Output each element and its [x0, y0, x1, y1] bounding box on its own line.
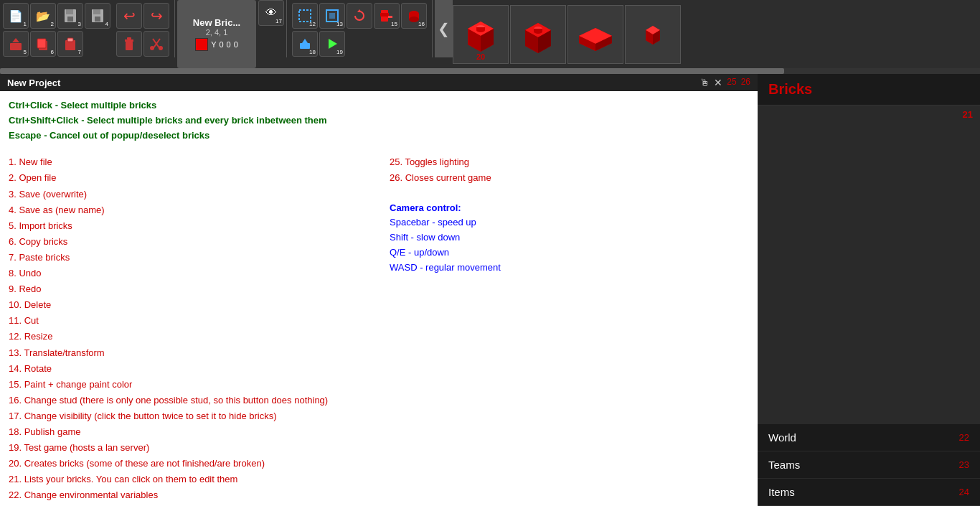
- panel-title-actions: 🖱 ✕ 25 26: [699, 77, 750, 88]
- copy-bricks-button[interactable]: 6: [30, 31, 56, 57]
- paste-bricks-button[interactable]: 7: [57, 31, 83, 57]
- camera-line-4: WASD - regular movement: [390, 261, 749, 276]
- brick-cell-20[interactable]: 20: [453, 5, 509, 64]
- item-13: 13. Translate/transform: [9, 345, 368, 361]
- paste-icon: [62, 36, 78, 52]
- save-button[interactable]: 3: [57, 3, 83, 29]
- color-swatch[interactable]: [195, 38, 208, 51]
- select-area-button[interactable]: 13: [319, 3, 345, 29]
- delete-icon: [121, 36, 137, 52]
- undo-button[interactable]: ↩: [116, 3, 142, 29]
- sidebar-item-world[interactable]: World 22: [758, 424, 980, 451]
- publish-button[interactable]: 18: [292, 31, 318, 57]
- bricks-num-21: 21: [963, 109, 973, 120]
- toolbar-row-2: 5 6 7: [3, 31, 110, 57]
- horizontal-scrollbar[interactable]: [0, 68, 980, 74]
- svg-marker-22: [357, 9, 362, 12]
- bricks-grid: 21: [758, 106, 980, 424]
- item-21: 21. Lists your bricks. You can click on …: [9, 472, 368, 487]
- svg-rect-21: [329, 13, 335, 19]
- badge-17: 17: [275, 18, 282, 24]
- camera-line-1: Spacebar - speed up: [390, 215, 749, 230]
- toolbar-divider-3: [432, 0, 433, 57]
- item-22: 22. Change environmental variables: [9, 487, 368, 503]
- teams-num: 23: [959, 459, 969, 470]
- x-val: 0: [227, 40, 231, 49]
- rotate-button[interactable]: [347, 3, 372, 29]
- visibility-center-button[interactable]: 👁 17: [258, 0, 284, 26]
- item-2: 2. Open file: [9, 170, 368, 186]
- svg-rect-1: [66, 9, 73, 14]
- bricks-title: Bricks: [768, 81, 812, 97]
- panel-num-26: 26: [741, 77, 750, 88]
- item-18: 18. Publish game: [9, 424, 368, 440]
- item-16: 16. Change stud (there is only one possi…: [9, 393, 368, 408]
- copy-icon: [35, 36, 51, 52]
- panel-title-bar: New Project 🖱 ✕ 25 26: [0, 74, 758, 91]
- main-area: New Project 🖱 ✕ 25 26 Ctrl+Click - Selec…: [0, 74, 980, 506]
- rotate-icon: [352, 8, 367, 24]
- y-label: Y: [211, 40, 216, 49]
- brick-cell-flat[interactable]: [567, 5, 623, 64]
- stud-button[interactable]: 16: [401, 3, 427, 29]
- right-toolbar-group: 12 13: [289, 0, 430, 68]
- item-11: 11. Cut: [9, 313, 368, 329]
- svg-point-37: [476, 28, 485, 32]
- sidebar-item-teams[interactable]: Teams 23: [758, 451, 980, 479]
- panel-num-25: 25: [727, 77, 736, 88]
- panel-minimize-button[interactable]: 🖱: [699, 77, 710, 88]
- badge-3: 3: [78, 21, 81, 27]
- badge-2: 2: [51, 21, 54, 27]
- world-label: World: [768, 431, 796, 444]
- left-toolbar-group: 📄 1 📂 2 3: [0, 0, 113, 68]
- delete-button[interactable]: [116, 31, 142, 57]
- bricks-strip: 20: [453, 0, 681, 68]
- svg-rect-5: [95, 17, 100, 22]
- select-box-button[interactable]: 12: [292, 3, 318, 29]
- hotkeys-section: Ctrl+Click - Select multiple bricks Ctrl…: [9, 98, 749, 143]
- brick-sm-svg: [633, 14, 673, 55]
- teams-label: Teams: [768, 459, 800, 471]
- camera-title: Camera control:: [390, 201, 749, 216]
- items-num: 24: [959, 487, 969, 497]
- brick-cell-sm[interactable]: [625, 5, 681, 64]
- brick-flat-svg: [575, 18, 616, 51]
- delete-cut-row: [116, 31, 169, 57]
- brick-cell-dark[interactable]: [510, 5, 566, 64]
- item-23: 23. Manage teams: [9, 503, 368, 506]
- svg-rect-4: [93, 9, 100, 14]
- panel-close-button[interactable]: ✕: [714, 77, 722, 88]
- test-button[interactable]: 19: [319, 31, 345, 57]
- paint-button[interactable]: 15: [374, 3, 400, 29]
- item-25: 25. Toggles lighting: [390, 154, 749, 170]
- svg-rect-2: [67, 17, 73, 22]
- items-col-right: 25. Toggles lighting 26. Closes current …: [390, 154, 749, 506]
- svg-rect-6: [10, 43, 22, 50]
- svg-point-18: [159, 46, 163, 50]
- new-file-button[interactable]: 📄 1: [3, 3, 29, 29]
- sidebar-item-items[interactable]: Items 24: [758, 479, 980, 506]
- redo-button[interactable]: ↪: [143, 3, 169, 29]
- panel-title: New Project: [7, 78, 60, 88]
- save-as-button[interactable]: 4: [85, 3, 110, 29]
- svg-rect-12: [126, 42, 133, 50]
- items-col-left: 1. New file 2. Open file 3. Save (overwr…: [9, 154, 368, 506]
- item-20: 20. Creates bricks (some of these are no…: [9, 456, 368, 472]
- camera-section: Camera control: Spacebar - speed up Shif…: [390, 201, 749, 276]
- item-1: 1. New file: [9, 154, 368, 170]
- badge-13: 13: [336, 21, 343, 27]
- toolbar-divider-2: [286, 0, 287, 57]
- cut-icon: [149, 36, 164, 52]
- svg-point-28: [409, 17, 419, 22]
- open-file-button[interactable]: 📂 2: [30, 3, 56, 29]
- world-num: 22: [959, 432, 969, 443]
- redo-icon: ↪: [151, 7, 163, 24]
- import-bricks-button[interactable]: 5: [3, 31, 29, 57]
- scroll-handle[interactable]: [0, 68, 784, 74]
- bricks-nav-left[interactable]: ❮: [435, 0, 453, 57]
- svg-rect-25: [388, 16, 392, 18]
- item-5: 5. Import bricks: [9, 218, 368, 234]
- svg-rect-24: [380, 13, 389, 17]
- save-as-icon: [90, 8, 105, 24]
- cut-button[interactable]: [143, 31, 169, 57]
